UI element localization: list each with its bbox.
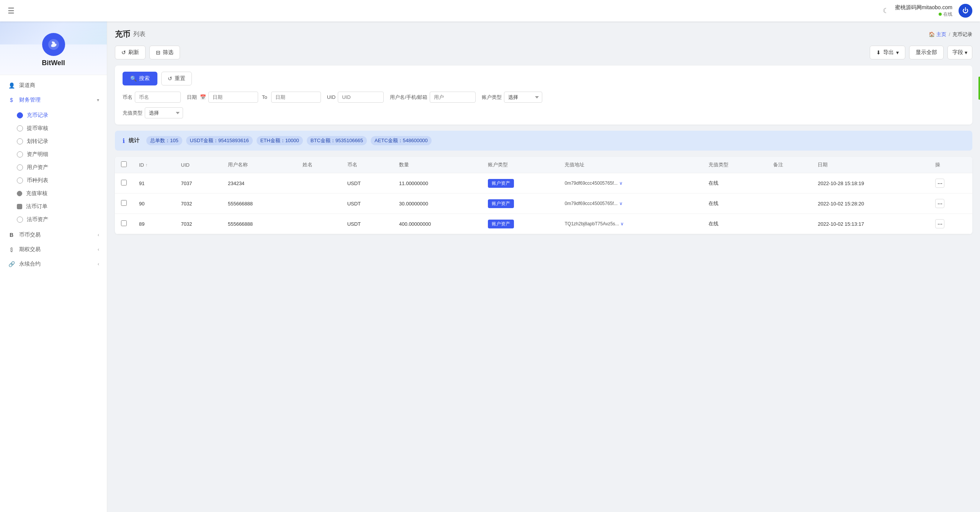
- cell-name-2: [296, 214, 341, 234]
- date-to-label: To: [260, 94, 269, 100]
- th-remark: 备注: [767, 157, 812, 173]
- cell-account-type-0: 账户资产: [482, 173, 559, 194]
- th-id[interactable]: ID ↑: [133, 157, 175, 173]
- stats-icon: ℹ: [123, 137, 125, 144]
- filter-field-account-type: 账户类型 选择: [482, 92, 542, 103]
- sidebar-item-coin-list[interactable]: 币种列表: [0, 174, 107, 187]
- coin-trade-icon: B: [8, 232, 15, 238]
- sidebar-item-withdraw-audit[interactable]: 提币审核: [0, 122, 107, 135]
- fields-button[interactable]: 字段 ▾: [947, 46, 972, 59]
- cell-coin-1: USDT: [341, 194, 393, 214]
- date-to-input[interactable]: [271, 92, 321, 103]
- search-button[interactable]: 🔍 搜索: [123, 72, 157, 85]
- address-expand-icon-1[interactable]: ∨: [619, 201, 623, 206]
- sidebar-item-asset-details[interactable]: 资产明细: [0, 148, 107, 161]
- dollar-icon: $: [8, 97, 15, 103]
- user-label: 用户名/手机/邮箱: [390, 94, 427, 101]
- cell-recharge-type-1: 在线: [702, 194, 767, 214]
- moon-icon[interactable]: ☾: [883, 7, 889, 15]
- th-account-type: 账户类型: [482, 157, 559, 173]
- export-button[interactable]: ⬇ 导出 ▾: [870, 46, 905, 59]
- sidebar-item-finance[interactable]: $ 财务管理 ▾: [0, 93, 107, 107]
- cell-checkbox-0: [115, 173, 133, 194]
- sidebar-item-fiat-assets[interactable]: 法币资产: [0, 213, 107, 226]
- table-row: 91 7037 234234 USDT 11.00000000 账户资产 0m7…: [115, 173, 972, 194]
- row-checkbox-1[interactable]: [121, 200, 127, 206]
- cell-name-1: [296, 194, 341, 214]
- sidebar-logo-area: BitWell: [0, 21, 107, 75]
- sidebar-subitem-recharge-records-label: 充币记录: [27, 112, 48, 119]
- th-id-label: ID: [139, 162, 144, 168]
- sidebar-item-perpetual[interactable]: 🔗 永续合约 ‹: [0, 257, 107, 271]
- sidebar-item-transfer-records[interactable]: 划转记录: [0, 135, 107, 148]
- table-row: 90 7032 555666888 USDT 30.00000000 账户资产 …: [115, 194, 972, 214]
- logo-name: BitWell: [42, 59, 65, 67]
- table-row: 89 7032 555666888 USDT 400.00000000 账户资产…: [115, 214, 972, 234]
- sidebar-item-fiat-orders[interactable]: 法币订单: [0, 200, 107, 213]
- sidebar-subitem-recharge-audit-label: 充值审核: [26, 190, 47, 197]
- sidebar-item-recharge-audit[interactable]: 充值审核: [0, 187, 107, 200]
- recharge-type-select[interactable]: 选择: [145, 107, 183, 118]
- page-subtitle: 列表: [133, 30, 146, 38]
- cell-id-0: 91: [133, 173, 175, 194]
- sidebar-item-coin-trade-label: 币币交易: [19, 231, 41, 238]
- cell-amount-1: 30.00000000: [393, 194, 481, 214]
- page-title-area: 充币 列表: [115, 29, 146, 39]
- date-from-input[interactable]: [208, 92, 258, 103]
- row-checkbox-0[interactable]: [121, 180, 127, 185]
- header-left: ☰: [8, 6, 15, 15]
- refresh-icon: ↺: [121, 49, 126, 56]
- action-button-1[interactable]: ⋯: [935, 199, 944, 208]
- sidebar-item-user-assets[interactable]: 用户资产: [0, 161, 107, 174]
- coin-input[interactable]: [135, 92, 181, 103]
- site-info: 蜜桃源码网mitaobo.com 在线: [895, 4, 952, 18]
- toolbar-right: ⬇ 导出 ▾ 显示全部 字段 ▾: [870, 46, 972, 59]
- th-address: 充值地址: [558, 157, 702, 173]
- user-input[interactable]: [430, 92, 476, 103]
- cell-id-2: 89: [133, 214, 175, 234]
- cell-recharge-type-2: 在线: [702, 214, 767, 234]
- sidebar-subitem-coin-list-label: 币种列表: [27, 177, 48, 184]
- hamburger-icon[interactable]: ☰: [8, 6, 15, 15]
- th-name: 姓名: [296, 157, 341, 173]
- action-button-2[interactable]: ⋯: [935, 219, 944, 228]
- uid-input[interactable]: [338, 92, 384, 103]
- dot-withdraw-audit: [17, 125, 23, 131]
- coin-label: 币名: [123, 94, 133, 101]
- cell-checkbox-2: [115, 214, 133, 234]
- breadcrumb-separator: /: [949, 31, 950, 37]
- cell-action-0: ⋯: [929, 173, 972, 194]
- stats-badge-total: 总单数：105: [146, 136, 182, 145]
- reset-button[interactable]: ↺ 重置: [161, 72, 192, 85]
- address-expand-icon-2[interactable]: ∨: [620, 221, 624, 226]
- account-type-select[interactable]: 选择: [504, 92, 542, 103]
- show-all-button[interactable]: 显示全部: [909, 46, 944, 59]
- action-button-0[interactable]: ⋯: [935, 179, 944, 188]
- cell-remark-2: [767, 214, 812, 234]
- account-type-tag-1: 账户资产: [488, 199, 514, 208]
- breadcrumb-home[interactable]: 🏠 主页: [929, 31, 946, 38]
- power-button[interactable]: ⏻: [959, 4, 972, 18]
- select-all-checkbox[interactable]: [121, 161, 127, 167]
- search-label: 搜索: [139, 75, 150, 82]
- sidebar-item-recharge-records[interactable]: 充币记录: [0, 109, 107, 122]
- cell-remark-1: [767, 194, 812, 214]
- perpetual-icon: 🔗: [8, 261, 15, 267]
- refresh-button[interactable]: ↺ 刷新: [115, 46, 146, 59]
- online-status: 在线: [895, 11, 952, 18]
- fields-arrow-icon: ▾: [965, 49, 967, 56]
- filter-row-2: 充值类型 选择: [123, 107, 965, 118]
- sidebar-item-futures-trade[interactable]: ₿ 期权交易 ‹: [0, 242, 107, 257]
- breadcrumb-current: 充币记录: [952, 31, 972, 38]
- address-expand-icon-0[interactable]: ∨: [619, 181, 623, 186]
- sidebar-item-coin-trade[interactable]: B 币币交易 ‹: [0, 228, 107, 242]
- row-checkbox-2[interactable]: [121, 220, 127, 226]
- cell-remark-0: [767, 173, 812, 194]
- stats-badge-aetc: AETC金额：548600000: [371, 136, 432, 145]
- sidebar-item-channel[interactable]: 👤 渠道商: [0, 78, 107, 93]
- filter-button[interactable]: ⊟ 筛选: [149, 46, 180, 59]
- filter-icon: ⊟: [156, 49, 160, 56]
- data-table: ID ↑ UID 用户名称 姓名 币名 数量 账户类型 充值地址 充值类型 备注: [115, 157, 972, 234]
- main-layout: BitWell 👤 渠道商 $ 财务管理 ▾ 充币记录: [0, 21, 980, 512]
- cell-checkbox-1: [115, 194, 133, 214]
